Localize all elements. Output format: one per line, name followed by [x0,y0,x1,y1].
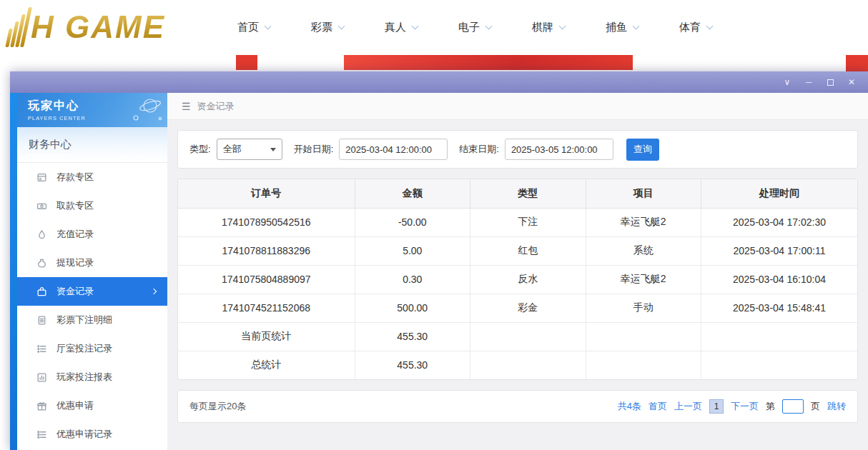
logo-text: H GAME [31,7,165,47]
sidebar-item-recharge-records[interactable]: 充值记录 [17,220,167,249]
deposit-card-icon [36,171,47,183]
planet-decoration-icon [129,94,164,126]
cell-type: 下注 [470,208,586,236]
sidebar-item-funds-records[interactable]: 资金记录 [17,277,167,306]
sidebar-item-withdraw[interactable]: 取款专区 [17,191,167,220]
cell-type: 红包 [470,236,586,265]
type-select[interactable]: 全部 [217,139,282,160]
nav-item-sports[interactable]: 体育 [679,21,712,34]
chevron-down-icon [485,22,493,29]
cell-amount: 455.30 [355,322,470,351]
start-date-input[interactable] [339,139,448,160]
list-icon [36,429,47,440]
jump-page-input[interactable] [782,399,804,414]
cell-order-id: 1741074521152068 [178,294,355,322]
cell-empty [470,322,586,351]
jump-prefix-label: 第 [766,400,775,413]
jump-button[interactable]: 跳转 [827,400,846,413]
nav-item-live[interactable]: 真人 [385,21,418,34]
sidebar-item-label: 取款专区 [56,199,94,212]
cell-project: 系统 [586,236,701,265]
cell-order-id: 1741078950542516 [178,208,355,236]
col-processed-time: 处理时间 [701,179,858,208]
window-body: 玩家中心 PLAYERS CENTER 财务中心 [10,93,868,450]
nav-item-lottery[interactable]: 彩票 [311,21,344,34]
start-date-label: 开始日期: [294,143,334,156]
maximize-box-icon [827,79,834,86]
nav-label: 捕鱼 [606,21,627,34]
first-page-link[interactable]: 首页 [648,400,667,413]
window-maximize-icon[interactable] [819,71,841,93]
chevron-down-icon [559,22,566,29]
breadcrumb: ☰ 资金记录 [167,93,868,120]
cell-empty [470,351,586,379]
cell-order-id: 1741078811883296 [178,236,355,265]
prev-page-link[interactable]: 上一页 [674,400,702,413]
sidebar-item-deposit[interactable]: 存款专区 [17,163,167,191]
cell-empty [586,351,701,379]
nav-label: 真人 [385,21,406,34]
sidebar-item-player-bet-report[interactable]: 玩家投注报表 [17,363,167,391]
nav-label: 首页 [237,21,259,34]
sidebar-item-withdrawal-records[interactable]: 提现记录 [17,249,167,277]
cell-time: 2025-03-04 17:00:11 [701,236,858,265]
col-amount: 金额 [355,179,470,208]
sidebar-item-hall-bet-records[interactable]: 厅室投注记录 [17,334,167,363]
sidebar-item-promo-apply-records[interactable]: 优惠申请记录 [17,420,167,449]
nav-item-slots[interactable]: 电子 [458,21,491,34]
cell-time: 2025-03-04 17:02:30 [701,208,858,236]
menu-icon[interactable]: ☰ [182,101,191,112]
total-count: 共4条 [618,400,641,413]
query-button[interactable]: 查询 [626,139,659,161]
sidebar-item-label: 充值记录 [56,228,94,241]
sidebar-item-label: 优惠申请记录 [56,428,112,441]
nav-item-home[interactable]: 首页 [237,21,270,34]
cell-empty [586,322,701,351]
chevron-down-icon [412,22,419,29]
players-center-header: 玩家中心 PLAYERS CENTER [17,93,167,127]
col-order-id: 订单号 [178,179,355,208]
nav-item-board-games[interactable]: 棋牌 [532,21,565,34]
sidebar: 玩家中心 PLAYERS CENTER 财务中心 [10,93,167,450]
page-size-label: 每页显示20条 [189,400,246,413]
chevron-down-icon [265,22,272,29]
end-date-input[interactable] [505,139,613,160]
cell-order-id: 1741075804889097 [178,265,355,294]
cell-empty [701,322,858,351]
cell-amount: 500.00 [355,294,470,322]
cell-summary-label: 当前页统计 [178,322,355,351]
current-page-button[interactable]: 1 [709,399,724,414]
pagination-bar: 每页显示20条 共4条 首页 上一页 1 下一页 第 页 跳转 [177,390,858,423]
cell-project: 幸运飞艇2 [586,265,701,294]
content-area: 类型: 全部 开始日期: 结束日期: 查询 [167,120,868,450]
table-row: 1741078811883296 5.00 红包 系统 2025-03-04 1… [178,236,857,265]
handbag-icon [36,286,47,297]
main-nav: 首页 彩票 真人 电子 棋牌 捕鱼 体育 [237,21,712,34]
banner-fragment [344,55,633,70]
sidebar-item-label: 资金记录 [56,285,94,298]
table-row: 1741074521152068 500.00 彩金 手动 2025-03-04… [178,294,857,322]
logo-mark-icon [7,7,28,47]
window-close-icon[interactable]: ✕ [841,71,862,93]
window-minimize-icon[interactable]: ─ [798,71,819,93]
sidebar-item-label: 优惠申请 [56,399,94,412]
type-label: 类型: [189,143,211,156]
nav-label: 彩票 [311,21,332,34]
sidebar-item-lottery-bet-details[interactable]: 彩票下注明细 [17,306,167,334]
table-row-page-summary: 当前页统计 455.30 [178,322,857,351]
sidebar-item-promo-apply[interactable]: 优惠申请 [17,391,167,420]
list-icon [36,343,47,354]
select-arrow-icon [270,148,276,151]
droplet-icon [36,229,47,240]
sidebar-accent-bar [10,93,17,450]
jump-suffix-label: 页 [811,400,820,413]
bar-chart-icon [36,371,47,383]
next-page-link[interactable]: 下一页 [731,400,759,413]
window-collapse-icon[interactable]: ∨ [776,71,798,93]
cell-empty [701,351,858,379]
chevron-down-icon [633,22,640,29]
site-logo[interactable]: H GAME [7,7,200,47]
cell-project: 手动 [586,294,701,322]
cell-summary-label: 总统计 [178,351,355,379]
nav-item-fishing[interactable]: 捕鱼 [606,21,638,34]
